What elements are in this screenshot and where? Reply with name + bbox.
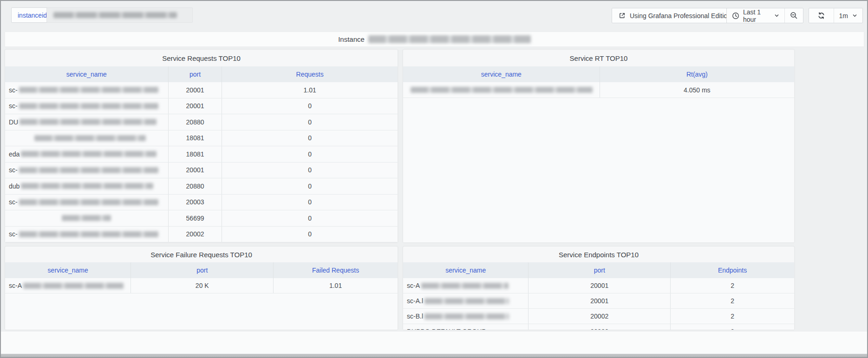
column-header-service-name[interactable]: service_name bbox=[5, 66, 168, 82]
port-cell: 56699 bbox=[168, 210, 222, 226]
service-name-prefix: sc- bbox=[9, 86, 18, 94]
column-header-service-name[interactable]: service_name bbox=[5, 262, 131, 278]
redacted-service-name bbox=[21, 151, 157, 157]
column-header-service-name[interactable]: service_name bbox=[403, 66, 600, 82]
horizontal-scrollbar[interactable] bbox=[1, 354, 867, 357]
redacted-service-name bbox=[19, 231, 158, 237]
service-name-prefix: DUBBO DEFAULT GROUP... bbox=[407, 328, 491, 330]
service-name-prefix: dub bbox=[9, 182, 20, 190]
refresh-icon bbox=[817, 12, 825, 20]
panel-service-rt: Service RT TOP10 service_name Rt(avg) 4.… bbox=[403, 49, 795, 243]
table-row: sc- 20003 0 bbox=[5, 195, 398, 211]
redacted-instance-id bbox=[368, 35, 531, 43]
table-row: sc-A.l 20001 2 bbox=[403, 293, 794, 309]
service-name-prefix: sc-A bbox=[9, 282, 22, 289]
service-name-prefix: sc- bbox=[9, 102, 18, 110]
column-header-port[interactable]: port bbox=[168, 66, 222, 82]
table-header-row: service_name port Failed Requests bbox=[5, 262, 398, 278]
grafana-edition-label: Using Grafana Professional Edition bbox=[630, 12, 731, 20]
panel-title-service-endpoints[interactable]: Service Endpoints TOP10 bbox=[403, 247, 794, 262]
rt-avg-cell: 4.050 ms bbox=[600, 82, 794, 98]
table-row: sc-A 20 K 1.01 bbox=[5, 278, 398, 293]
zoom-out-time-button[interactable] bbox=[784, 8, 803, 23]
port-cell: 20002 bbox=[168, 227, 222, 242]
panel-title-service-failure-requests[interactable]: Service Failure Requests TOP10 bbox=[5, 247, 398, 262]
table-header-row: service_name port Endpoints bbox=[403, 262, 794, 278]
service-name-prefix: DU bbox=[9, 118, 18, 126]
redacted-instanceid-value bbox=[53, 12, 177, 18]
refresh-interval-picker[interactable]: 1m bbox=[834, 8, 862, 23]
redacted-service-name bbox=[23, 283, 124, 289]
endpoints-cell: 2 bbox=[670, 278, 794, 293]
chevron-down-icon bbox=[852, 13, 857, 18]
redacted-service-name bbox=[34, 135, 146, 141]
port-cell: 20880 bbox=[168, 114, 222, 130]
service-name-prefix: sc- bbox=[9, 230, 18, 238]
service-name-prefix: eda bbox=[9, 150, 20, 158]
time-range-controls: Last 1 hour bbox=[726, 8, 803, 23]
table-row: 56699 0 bbox=[5, 210, 398, 227]
requests-cell: 0 bbox=[222, 227, 398, 242]
port-cell: 20001 bbox=[528, 293, 670, 308]
dashboard-bottom-margin bbox=[1, 331, 867, 357]
panel-service-failure-requests: Service Failure Requests TOP10 service_n… bbox=[5, 246, 398, 330]
table-row: sc- 20001 1.01 bbox=[5, 82, 398, 98]
column-header-rt-avg[interactable]: Rt(avg) bbox=[600, 66, 794, 82]
column-header-port[interactable]: port bbox=[131, 262, 273, 278]
table-row: sc-A 20001 2 bbox=[403, 278, 794, 293]
table-row: sc- 20002 0 bbox=[5, 227, 398, 243]
service-name-prefix: sc- bbox=[9, 166, 18, 174]
port-cell: 18081 bbox=[168, 146, 222, 162]
requests-cell: 0 bbox=[222, 178, 398, 194]
time-range-picker[interactable]: Last 1 hour bbox=[727, 8, 784, 23]
redacted-service-name bbox=[424, 313, 509, 319]
port-cell: 20 K bbox=[131, 278, 273, 293]
panel-service-endpoints: Service Endpoints TOP10 service_name por… bbox=[403, 246, 795, 330]
port-cell: 20001 bbox=[168, 163, 222, 178]
port-cell: 20001 bbox=[168, 82, 222, 98]
table-row: sc- 20001 0 bbox=[5, 163, 398, 179]
port-cell: 20002 bbox=[528, 309, 670, 324]
column-header-service-name[interactable]: service_name bbox=[403, 262, 528, 278]
requests-cell: 0 bbox=[222, 210, 398, 226]
column-header-failed-requests[interactable]: Failed Requests bbox=[273, 262, 398, 278]
table-row: DU 20880 0 bbox=[5, 114, 398, 130]
port-cell: 20880 bbox=[528, 324, 670, 330]
panel-title-service-requests[interactable]: Service Requests TOP10 bbox=[5, 50, 398, 66]
endpoints-cell: 2 bbox=[670, 293, 794, 308]
requests-cell: 0 bbox=[222, 195, 398, 210]
redacted-service-name bbox=[421, 283, 509, 289]
redacted-service-name bbox=[62, 215, 111, 221]
zoom-out-icon bbox=[790, 12, 798, 20]
grafana-dashboard: instanceid Using Grafana Professional Ed… bbox=[0, 0, 868, 358]
service-name-prefix: sc-A bbox=[407, 282, 420, 289]
panel-title-service-rt[interactable]: Service RT TOP10 bbox=[403, 50, 794, 66]
column-header-requests[interactable]: Requests bbox=[222, 66, 398, 82]
service-name-prefix: sc-A.l bbox=[407, 297, 423, 305]
table-row-clipped: DUBBO DEFAULT GROUP... 20880 2 bbox=[403, 324, 794, 330]
table-row: sc-B.l 20002 2 bbox=[403, 309, 794, 324]
column-header-endpoints[interactable]: Endpoints bbox=[670, 262, 794, 278]
table-row: dub 20880 0 bbox=[5, 178, 398, 195]
redacted-service-name bbox=[19, 199, 158, 205]
instance-header-row: Instance bbox=[5, 32, 864, 47]
requests-cell: 0 bbox=[222, 163, 398, 178]
column-header-port[interactable]: port bbox=[528, 262, 670, 278]
redacted-service-name bbox=[19, 103, 158, 109]
redacted-service-name bbox=[19, 87, 158, 93]
refresh-interval-label: 1m bbox=[839, 12, 848, 20]
requests-cell: 0 bbox=[222, 114, 398, 130]
refresh-dashboard-button[interactable] bbox=[809, 8, 834, 23]
panel-service-requests: Service Requests TOP10 service_name port… bbox=[5, 49, 398, 243]
table-header-row: service_name Rt(avg) bbox=[403, 66, 794, 82]
variable-instanceid-value-dropdown[interactable] bbox=[46, 7, 193, 23]
endpoints-cell: 2 bbox=[670, 309, 794, 324]
service-name-prefix: sc- bbox=[9, 198, 18, 206]
table-row: 4.050 ms bbox=[403, 82, 794, 98]
redacted-service-name bbox=[20, 119, 157, 125]
table-row: eda 18081 0 bbox=[5, 146, 398, 163]
grafana-edition-button[interactable]: Using Grafana Professional Edition bbox=[612, 8, 738, 23]
instance-label: Instance bbox=[338, 35, 365, 43]
time-range-label: Last 1 hour bbox=[743, 8, 770, 23]
port-cell: 20880 bbox=[168, 178, 222, 194]
